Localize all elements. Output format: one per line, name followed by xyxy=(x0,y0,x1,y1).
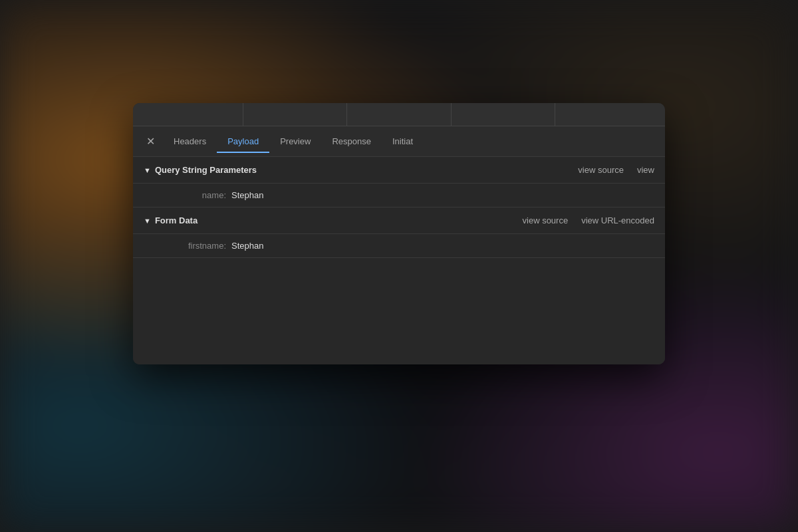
top-col-1 xyxy=(140,103,243,126)
top-col-2 xyxy=(243,103,347,126)
query-string-view-source[interactable]: view source xyxy=(578,165,624,175)
tab-preview[interactable]: Preview xyxy=(269,130,321,153)
query-string-title: ▼ Query String Parameters xyxy=(144,165,257,175)
query-string-section-header: ▼ Query String Parameters view source vi… xyxy=(133,157,665,184)
form-data-actions: view source view URL-encoded xyxy=(523,215,654,225)
form-data-title: ▼ Form Data xyxy=(144,215,198,225)
close-button[interactable]: ✕ xyxy=(138,132,163,151)
tab-initiator[interactable]: Initiat xyxy=(382,130,424,153)
tab-headers[interactable]: Headers xyxy=(163,130,217,153)
query-string-actions: view source view xyxy=(578,165,654,175)
query-string-param-name: name: Stephan xyxy=(133,184,665,207)
tab-response[interactable]: Response xyxy=(321,130,382,153)
devtools-panel: ✕ Headers Payload Preview Response Initi… xyxy=(133,103,665,364)
top-col-3 xyxy=(347,103,451,126)
form-data-view-source[interactable]: view source xyxy=(523,215,569,225)
form-data-chevron[interactable]: ▼ xyxy=(144,217,151,225)
param-key-name: name: xyxy=(160,190,226,200)
tab-bar: ✕ Headers Payload Preview Response Initi… xyxy=(133,126,665,157)
top-col-5 xyxy=(555,103,658,126)
param-value-name: Stephan xyxy=(231,190,263,200)
query-string-view-url[interactable]: view xyxy=(637,165,654,175)
param-key-firstname: firstname: xyxy=(160,241,226,251)
content-area: ▼ Query String Parameters view source vi… xyxy=(133,157,665,364)
query-string-chevron[interactable]: ▼ xyxy=(144,166,151,174)
param-value-firstname: Stephan xyxy=(231,241,263,251)
tab-payload[interactable]: Payload xyxy=(217,130,269,153)
top-column-bar xyxy=(133,103,665,126)
form-data-section-header: ▼ Form Data view source view URL-encoded xyxy=(133,207,665,234)
top-col-4 xyxy=(452,103,555,126)
form-data-view-url-encoded[interactable]: view URL-encoded xyxy=(581,215,654,225)
panel-empty-area xyxy=(133,258,665,364)
form-data-param-firstname: firstname: Stephan xyxy=(133,234,665,257)
